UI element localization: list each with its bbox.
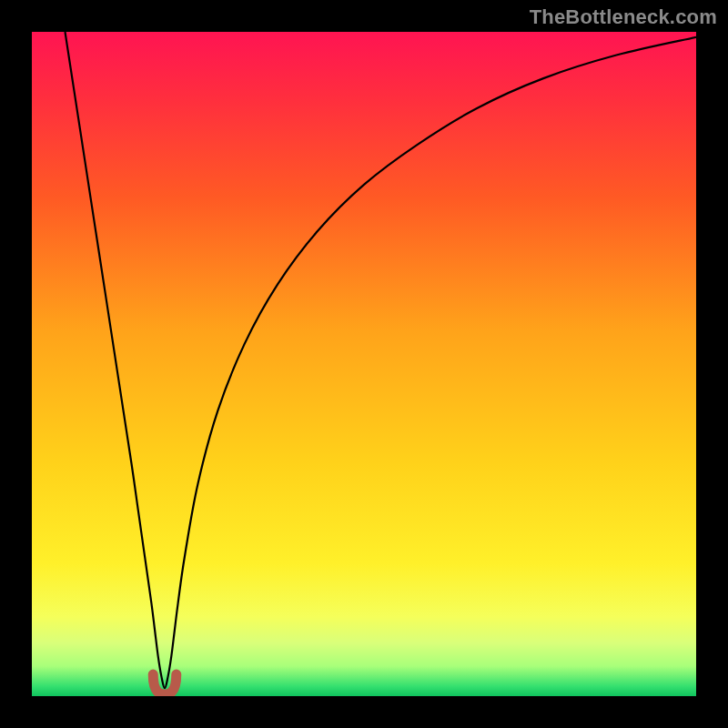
bottleneck-curve bbox=[32, 32, 696, 696]
curve-line bbox=[66, 32, 697, 688]
curve-minimum-bump bbox=[153, 674, 177, 694]
plot-area bbox=[32, 32, 696, 696]
watermark-text: TheBottleneck.com bbox=[530, 5, 717, 29]
outer-frame: TheBottleneck.com bbox=[0, 0, 728, 728]
